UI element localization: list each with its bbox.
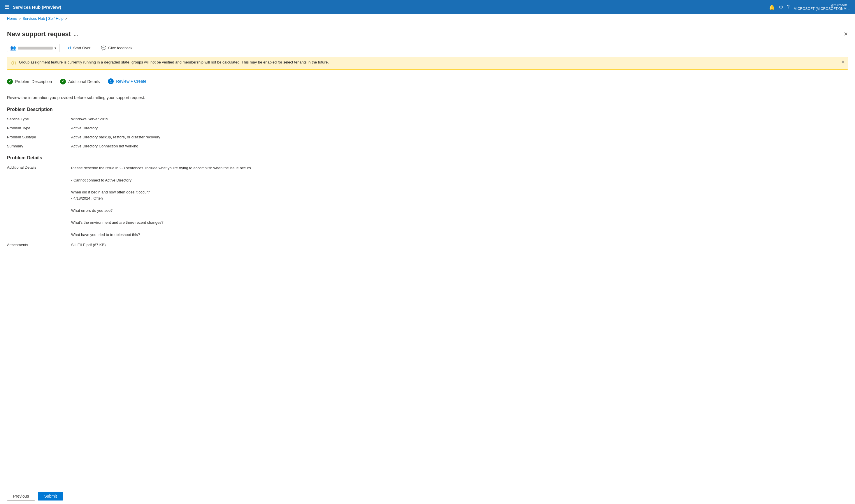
add-detail-line-11: What have you tried to troubleshoot this… [71, 233, 140, 237]
additional-details-row: Additional Details Please describe the i… [7, 165, 846, 238]
group-icon: 👥 [10, 45, 16, 51]
title-area: New support request ... [7, 30, 78, 38]
toolbar: 👥 ▾ ↺ Start Over 💬 Give feedback [7, 44, 848, 52]
problem-subtype-row: Problem Subtype Active Directory backup,… [7, 135, 846, 139]
add-detail-line-0: Please describe the issue in 2-3 sentenc… [71, 166, 252, 170]
warning-banner: ⓘ Group assignment feature is currently … [7, 57, 848, 70]
breadcrumb-sep1: > [19, 17, 21, 20]
summary-label: Summary [7, 144, 71, 148]
problem-type-label: Problem Type [7, 126, 71, 130]
bottom-bar: Previous Submit [0, 488, 855, 504]
page-container: ☰ Services Hub (Preview) 🔔 ⚙ ? @microsof… [0, 0, 855, 504]
gear-icon[interactable]: ⚙ [779, 4, 783, 10]
add-detail-line-5: - 4/18/2024 , Often [71, 196, 103, 200]
bell-icon[interactable]: 🔔 [769, 4, 775, 10]
start-over-label: Start Over [73, 46, 90, 50]
add-detail-line-7: What errors do you see? [71, 208, 112, 213]
attachments-label: Attachments [7, 243, 71, 247]
page-header: New support request ... ✕ [7, 30, 848, 38]
group-selector[interactable]: 👥 ▾ [7, 44, 59, 52]
help-icon[interactable]: ? [787, 4, 790, 10]
service-type-row: Service Type Windows Server 2019 [7, 117, 846, 121]
start-over-button[interactable]: ↺ Start Over [65, 44, 93, 52]
step-3-circle: 1 [108, 78, 114, 84]
start-over-icon: ↺ [68, 46, 71, 51]
page-title: New support request [7, 30, 71, 38]
problem-type-value: Active Directory [71, 126, 846, 130]
add-detail-line-2: - Cannot connect to Active Directory [71, 178, 132, 182]
service-type-label: Service Type [7, 117, 71, 121]
summary-value: Active Directory Connection not working [71, 144, 846, 148]
add-detail-line-4: When did it begin and how often does it … [71, 190, 150, 194]
feedback-icon: 💬 [101, 46, 106, 51]
top-bar: ☰ Services Hub (Preview) 🔔 ⚙ ? @microsof… [0, 0, 855, 14]
attachments-row: Attachments SH FILE.pdf (67 KB) [7, 243, 846, 247]
step-problem-description[interactable]: ✓ Problem Description [7, 76, 58, 88]
step-3-label: Review + Create [116, 79, 146, 84]
problem-description-heading: Problem Description [7, 107, 846, 112]
additional-details-value: Please describe the issue in 2-3 sentenc… [71, 165, 846, 238]
breadcrumb-selfhelp[interactable]: Services Hub | Self Help [22, 16, 64, 21]
step-review-create[interactable]: 1 Review + Create [108, 75, 152, 88]
previous-button[interactable]: Previous [7, 492, 35, 501]
breadcrumb: Home > Services Hub | Self Help > [0, 14, 855, 23]
review-intro-text: Review the information you provided befo… [7, 95, 846, 100]
step-2-circle: ✓ [60, 79, 66, 85]
step-1-label: Problem Description [15, 79, 52, 84]
problem-subtype-value: Active Directory backup, restore, or dis… [71, 135, 846, 139]
group-chevron-icon: ▾ [54, 46, 56, 50]
problem-subtype-label: Problem Subtype [7, 135, 71, 139]
give-feedback-button[interactable]: 💬 Give feedback [99, 44, 135, 52]
warning-icon: ⓘ [11, 60, 16, 67]
step-additional-details[interactable]: ✓ Additional Details [60, 76, 106, 88]
top-bar-icons: 🔔 ⚙ ? @microsoft.... MICROSOFT (MICROSOF… [769, 3, 850, 11]
warning-text: Group assignment feature is currently ru… [19, 60, 844, 65]
add-detail-line-9: What's the environment and are there rec… [71, 220, 163, 224]
main-content: New support request ... ✕ 👥 ▾ ↺ Start Ov… [0, 23, 855, 502]
app-title: Services Hub (Preview) [13, 5, 766, 10]
give-feedback-label: Give feedback [108, 46, 132, 50]
close-button[interactable]: ✕ [844, 31, 848, 37]
step-1-circle: ✓ [7, 79, 13, 85]
problem-type-row: Problem Type Active Directory [7, 126, 846, 130]
additional-details-label: Additional Details [7, 165, 71, 169]
user-email: @microsoft.... [794, 3, 850, 7]
submit-button[interactable]: Submit [38, 492, 63, 501]
breadcrumb-sep2: > [65, 17, 67, 20]
summary-row: Summary Active Directory Connection not … [7, 144, 846, 148]
step-2-label: Additional Details [68, 79, 100, 84]
warning-close-button[interactable]: ✕ [841, 59, 845, 64]
hamburger-icon[interactable]: ☰ [5, 4, 9, 10]
review-content: Review the information you provided befo… [7, 95, 848, 275]
user-info[interactable]: @microsoft.... MICROSOFT (MICROSOFT.ONMI… [794, 3, 850, 11]
service-type-value: Windows Server 2019 [71, 117, 846, 121]
problem-details-heading: Problem Details [7, 155, 846, 161]
breadcrumb-home[interactable]: Home [7, 16, 17, 21]
steps-bar: ✓ Problem Description ✓ Additional Detai… [7, 75, 848, 88]
group-bar [18, 47, 53, 50]
attachments-value: SH FILE.pdf (67 KB) [71, 243, 846, 247]
page-options-button[interactable]: ... [74, 31, 78, 37]
user-tenant: MICROSOFT (MICROSOFT.ONMI... [794, 7, 850, 11]
